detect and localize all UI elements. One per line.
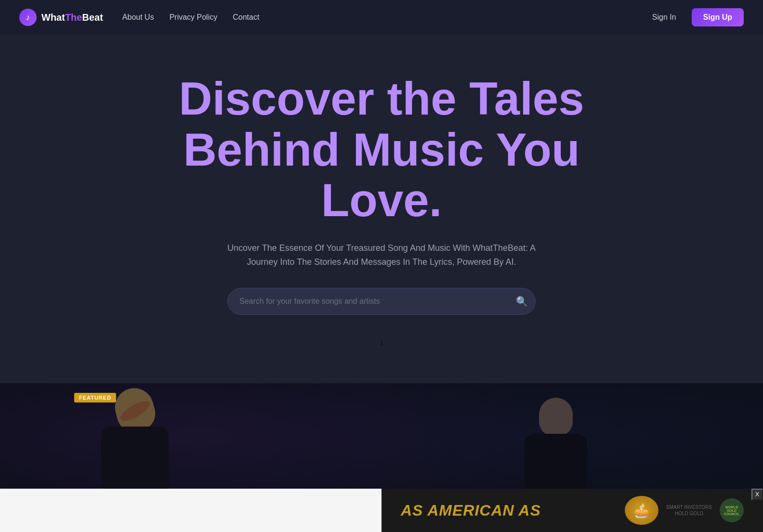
search-container: 🔍	[227, 288, 536, 315]
ad-close-button[interactable]: X	[751, 489, 763, 500]
logo-text: WhatTheBeat	[41, 12, 103, 23]
music-note-icon: ♪	[26, 13, 30, 23]
search-button[interactable]: 🔍	[516, 296, 528, 307]
logo-the: The	[65, 12, 82, 23]
navbar-left: ♪ WhatTheBeat About Us Privacy Policy Co…	[19, 9, 259, 26]
ad-banner: X AS AMERICAN AS 🥧 SMART INVESTORS HOLD …	[0, 489, 763, 532]
signup-button[interactable]: Sign Up	[692, 8, 744, 26]
logo-icon: ♪	[19, 9, 37, 26]
hero-title: Discover the Tales Behind Music You Love…	[117, 73, 646, 226]
navbar: ♪ WhatTheBeat About Us Privacy Policy Co…	[0, 0, 763, 35]
chevron-down-icon: ↓	[380, 338, 383, 347]
ad-gold-council-logo: WORLD GOLD COUNCIL	[720, 498, 744, 522]
figure-head-right	[539, 398, 573, 436]
hero-title-line2: Behind Music You Love.	[183, 124, 579, 226]
nav-link-about[interactable]: About Us	[122, 13, 154, 22]
logo[interactable]: ♪ WhatTheBeat	[19, 9, 103, 26]
hero-title-line1: Discover the Tales	[179, 73, 584, 124]
nav-link-privacy[interactable]: Privacy Policy	[170, 13, 218, 22]
logo-what: What	[41, 12, 65, 23]
ad-logos: 🥧 SMART INVESTORS HOLD GOLD WORLD GOLD C…	[625, 496, 744, 525]
ad-main-text: AS AMERICAN AS	[401, 502, 541, 519]
ad-smart-investors-text: SMART INVESTORS HOLD GOLD	[666, 504, 712, 517]
ad-left	[0, 489, 382, 532]
ad-pie-icon: 🥧	[625, 496, 658, 525]
nav-link-contact[interactable]: Contact	[233, 13, 259, 22]
hero-section: Discover the Tales Behind Music You Love…	[0, 35, 763, 383]
figure-glasses	[118, 397, 153, 425]
hero-subtitle: Uncover The Essence Of Your Treasured So…	[213, 241, 550, 269]
navbar-right: Sign In Sign Up	[645, 8, 744, 26]
signin-button[interactable]: Sign In	[645, 9, 684, 26]
search-input[interactable]	[227, 288, 536, 315]
ad-right: X AS AMERICAN AS 🥧 SMART INVESTORS HOLD …	[382, 489, 763, 532]
featured-badge: FEATURED	[74, 393, 116, 402]
scroll-down-arrow: ↓	[380, 330, 383, 354]
nav-links: About Us Privacy Policy Contact	[122, 13, 260, 22]
logo-beat: Beat	[82, 12, 103, 23]
search-icon: 🔍	[516, 296, 528, 307]
